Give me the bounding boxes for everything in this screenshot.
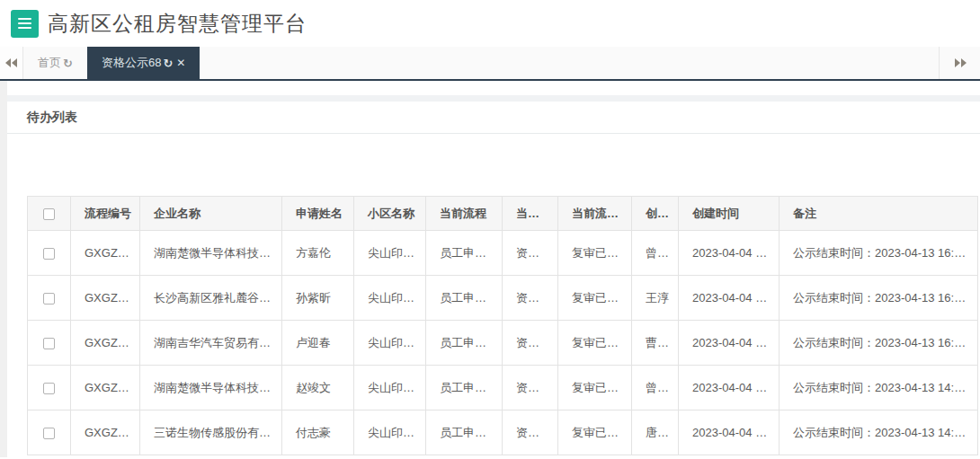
column-header: 当前流程 (426, 197, 503, 231)
table-cell: GXGZF(17132) (71, 321, 140, 366)
table-body: GXGZF(17138)湖南楚微半导体科技有限公司方嘉伦尖山印象1栋员工申请流程… (28, 231, 978, 455)
scroll-tabs-right-button[interactable] (939, 47, 980, 79)
todo-table-container: 流程编号企业名称申请姓名小区名称当前流程当前节点当前流程状态创建人创建时间备注 … (27, 196, 978, 455)
table-cell: 2023-04-04 16:56:24 (679, 410, 780, 455)
table-cell: GXGZF(17138) (71, 231, 140, 276)
table-cell: 员工申请流程 (426, 231, 503, 276)
app-title: 高新区公租房智慧管理平台 (48, 10, 307, 38)
double-chevron-left-icon (5, 58, 18, 67)
tab-bar: 首页↻ 资格公示68↻✕ (0, 47, 980, 81)
table-cell: 湖南吉华汽车贸易有限公司 (140, 321, 282, 366)
table-cell: 赵竣文 (282, 366, 354, 410)
table-cell: 尖山印象1栋 (354, 321, 426, 366)
table-cell: 唐金玉 (632, 410, 679, 455)
table-cell: 2023-04-04 13:54:06 (679, 366, 780, 410)
table-cell: 员工申请流程 (426, 410, 503, 455)
column-header: 小区名称 (354, 197, 426, 231)
table-cell: 2023-04-04 10:05:06 (679, 321, 780, 366)
table-cell: 资格公示 (503, 231, 558, 276)
left-gutter (0, 81, 7, 457)
panel-title: 待办列表 (27, 110, 77, 126)
table-row: GXGZF(17139)湖南楚微半导体科技有限公司赵竣文尖山印象1栋员工申请流程… (28, 366, 978, 410)
hamburger-menu-button[interactable] (11, 10, 39, 38)
row-checkbox[interactable] (43, 383, 55, 394)
refresh-icon[interactable]: ↻ (163, 57, 173, 70)
table-cell: 付志豪 (282, 410, 354, 455)
table-cell: 尖山印象1栋 (354, 410, 426, 455)
table-cell: 尖山印象1栋 (354, 276, 426, 321)
table-cell: 三诺生物传感股份有限公司 (140, 410, 282, 455)
table-cell: 尖山印象1栋 (354, 231, 426, 276)
table-cell: 公示结束时间：2023-04-13 14:04:21 (780, 410, 978, 455)
refresh-icon[interactable]: ↻ (63, 57, 73, 70)
table-cell: 复审已通过 (558, 276, 632, 321)
table-row: GXGZF(17136)长沙高新区雅礼麓谷中学孙紫昕尖山印象1栋员工申请流程资格… (28, 276, 978, 321)
table-cell: 复审已通过 (558, 321, 632, 366)
table-cell: 湖南楚微半导体科技有限公司 (140, 366, 282, 410)
table-header-row: 流程编号企业名称申请姓名小区名称当前流程当前节点当前流程状态创建人创建时间备注 (28, 197, 978, 231)
panel-header: 待办列表 (7, 102, 980, 134)
table-cell: GXGZF(17139) (71, 366, 140, 410)
table-cell: 员工申请流程 (426, 321, 503, 366)
table-cell: 2023-04-04 13:54:06 (679, 231, 780, 276)
tab-content: 待办列表 流程编号企业名称申请姓名小区名称当前流程当前节点当前流程状态创建人创建… (0, 81, 980, 457)
table-cell: 曾芙蓉 (632, 366, 679, 410)
table-cell: 卢迎春 (282, 321, 354, 366)
table-cell: 公示结束时间：2023-04-13 14:06:57 (780, 366, 978, 410)
table-cell: 曹芝蓉 (632, 321, 679, 366)
table-cell: 公示结束时间：2023-04-13 16:39:07 (780, 231, 978, 276)
tab-label: 首页 (38, 55, 61, 71)
table-cell: 员工申请流程 (426, 276, 503, 321)
close-icon[interactable]: ✕ (176, 57, 185, 69)
app-header: 高新区公租房智慧管理平台 (0, 0, 980, 47)
todo-table: 流程编号企业名称申请姓名小区名称当前流程当前节点当前流程状态创建人创建时间备注 … (27, 196, 978, 455)
table-cell: 资格公示 (503, 410, 558, 455)
row-checkbox[interactable] (43, 248, 55, 260)
column-header: 备注 (780, 197, 978, 231)
table-cell: 复审已通过 (558, 231, 632, 276)
column-header: 创建时间 (679, 197, 780, 231)
table-cell: 尖山印象1栋 (354, 366, 426, 410)
column-header: 流程编号 (71, 197, 140, 231)
table-cell: 2023-04-04 12:48:39 (679, 276, 780, 321)
row-checkbox[interactable] (43, 428, 55, 439)
table-cell: 复审已通过 (558, 366, 632, 410)
table-cell: 曾芙蓉 (632, 231, 679, 276)
row-checkbox[interactable] (43, 293, 55, 305)
table-cell: 资格公示 (503, 276, 558, 321)
table-cell: 资格公示 (503, 321, 558, 366)
scroll-tabs-left-button[interactable] (0, 47, 23, 79)
select-all-checkbox[interactable] (43, 208, 55, 220)
table-row: GXGZF(17141)三诺生物传感股份有限公司付志豪尖山印象1栋员工申请流程资… (28, 410, 978, 455)
table-cell: 王淳 (632, 276, 679, 321)
table-cell: 员工申请流程 (426, 366, 503, 410)
column-header: 申请姓名 (282, 197, 354, 231)
table-cell: 长沙高新区雅礼麓谷中学 (140, 276, 282, 321)
tab-label: 资格公示68 (102, 55, 161, 71)
table-cell: 复审已通过 (558, 410, 632, 455)
table-cell: 方嘉伦 (282, 231, 354, 276)
table-cell: 孙紫昕 (282, 276, 354, 321)
column-header: 当前节点 (503, 197, 558, 231)
column-header: 创建人 (632, 197, 679, 231)
column-header: 企业名称 (140, 197, 282, 231)
table-cell: 湖南楚微半导体科技有限公司 (140, 231, 282, 276)
double-chevron-right-icon (954, 58, 967, 67)
tab-qualification-publicity[interactable]: 资格公示68↻✕ (87, 47, 200, 79)
section-divider (7, 95, 980, 102)
table-cell: 资格公示 (503, 366, 558, 410)
hamburger-menu-icon (18, 15, 31, 31)
table-cell: 公示结束时间：2023-04-13 16:38:49 (780, 321, 978, 366)
tab-home[interactable]: 首页↻ (23, 47, 87, 79)
row-checkbox[interactable] (43, 338, 55, 349)
column-header: 当前流程状态 (558, 197, 632, 231)
app-window: 高新区公租房智慧管理平台 首页↻ 资格公示68↻✕ 待办列表 (0, 0, 980, 459)
table-cell: GXGZF(17141) (71, 410, 140, 455)
table-cell: 公示结束时间：2023-04-13 16:38:58 (780, 276, 978, 321)
table-row: GXGZF(17138)湖南楚微半导体科技有限公司方嘉伦尖山印象1栋员工申请流程… (28, 231, 978, 276)
table-cell: GXGZF(17136) (71, 276, 140, 321)
table-row: GXGZF(17132)湖南吉华汽车贸易有限公司卢迎春尖山印象1栋员工申请流程资… (28, 321, 978, 366)
